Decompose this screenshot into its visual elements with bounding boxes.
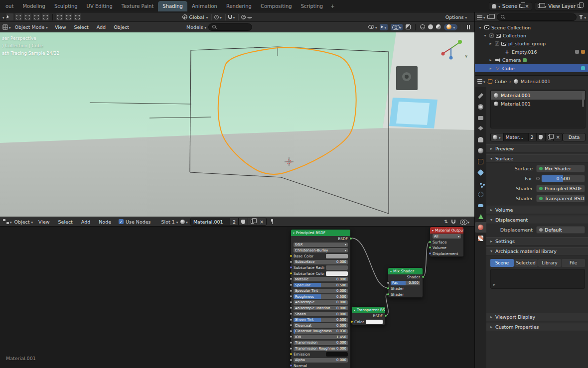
displacement-dropdown[interactable]: Default [536,226,585,234]
editor-type-dropdown[interactable] [3,219,12,225]
properties-tab[interactable] [475,134,486,145]
display-mode-dropdown[interactable] [487,14,495,20]
target-dropdown[interactable]: All [433,234,461,239]
active-tool-select-box-icon[interactable] [6,13,13,20]
close-icon[interactable] [525,3,529,9]
shading-material-icon[interactable] [436,24,441,29]
material-slot[interactable]: Material.001 [491,100,585,108]
color-swatch[interactable] [326,254,348,258]
property-widget[interactable]: Transmission 0.000 [294,341,348,345]
fac-slider[interactable]: Fac 0.500 [391,281,420,285]
input-socket[interactable] [290,324,293,327]
workspace-tab[interactable]: Scripting [296,1,327,11]
workspace-tab[interactable]: Modeling [18,1,50,11]
panel-archipack-library[interactable]: Archipack material library [486,247,588,255]
new-material-button[interactable] [545,133,554,141]
node-property-row[interactable]: Subsurface Radius Subsurface Radius [291,265,350,271]
menu-item[interactable]: Add [78,219,93,225]
input-socket[interactable] [387,293,390,296]
property-widget[interactable]: Sheen Tint 0.500 [294,318,348,322]
input-socket[interactable] [290,359,293,362]
properties-tab[interactable] [475,211,486,222]
input-socket[interactable] [290,295,293,298]
expander-icon[interactable]: ▾ [478,25,482,30]
node-property-row[interactable]: Subsurface Subsurface 0.000 [291,259,350,265]
material-slot[interactable]: Material.001 [491,91,585,100]
restrict-select-icon[interactable] [575,50,579,54]
input-socket[interactable] [429,252,432,255]
outliner-row-scene-collection[interactable]: ▾ Scene Collection [475,23,588,31]
property-widget[interactable]: Clearcoat Roughness 0.030 [294,329,348,334]
outliner-row-cube[interactable]: ▸ Cube [475,64,588,72]
node-header[interactable]: Material Output [430,227,463,234]
node-property-row[interactable]: Transmission Roughness Transmission Roug… [291,346,350,352]
input-socket[interactable] [290,330,293,333]
input-socket[interactable] [290,289,293,292]
input-socket[interactable] [290,353,293,356]
properties-tab[interactable] [475,178,486,189]
outliner-row-collection[interactable]: ▾ Collection [475,31,588,39]
node-property-row[interactable]: Clearcoat Roughness Clearcoat Roughness … [291,329,350,335]
visibility-dropdown[interactable] [368,24,377,30]
node-header[interactable]: Principled BSDF [291,230,350,236]
node-mix-shader[interactable]: Mix Shader Shader Fac 0.500 Shader Shade… [388,267,423,298]
fac-slider[interactable]: 0.500 [541,175,585,182]
property-widget[interactable]: GGX [294,243,348,247]
user-count-button[interactable]: 2 [230,218,238,225]
measure-icon[interactable] [74,13,81,20]
use-nodes-checkbox[interactable]: Use Nodes [119,219,151,225]
breadcrumb-object[interactable]: Cube [495,79,507,84]
menu-item[interactable]: Add [94,24,109,30]
input-socket[interactable] [290,266,293,269]
color-swatch[interactable] [366,320,383,324]
user-count-button[interactable]: 2 [528,133,536,141]
property-widget[interactable]: Anisotropic Rotation 0.000 [294,306,348,310]
property-widget[interactable]: Roughness 0.500 [294,294,348,299]
property-widget[interactable]: Specular Tint 0.000 [294,289,348,293]
color-swatch[interactable] [326,271,348,276]
scene-selector[interactable]: Scene [489,2,532,10]
breadcrumb-data[interactable]: Material.001 [521,79,551,84]
select-subtract-icon[interactable] [33,13,40,20]
output-socket[interactable] [422,275,425,278]
node-property-row[interactable]: IOR IOR 1.450 [291,334,350,340]
node-property-row[interactable]: Anisotropic Rotation Anisotropic Rotatio… [291,305,350,311]
render-pause-icon[interactable] [467,25,470,29]
output-socket[interactable] [349,237,352,240]
expander-icon[interactable]: ▸ [488,66,493,71]
property-widget[interactable]: Anisotropic 0.000 [294,300,348,305]
property-widget[interactable]: Transmission Roughness 0.000 [294,347,348,351]
input-socket[interactable] [290,283,293,286]
node-property-row[interactable]: Emission Emission [291,352,350,358]
node-property-row[interactable]: Specular Specular 0.500 [291,282,350,288]
unlink-material-button[interactable] [257,218,266,225]
editor-type-dropdown[interactable] [2,24,11,30]
asset-category-dropdown[interactable]: Models [186,24,206,30]
panel-custom-properties[interactable]: Custom Properties [486,323,588,331]
node-input-row[interactable]: Shader [388,286,423,292]
shading-rendered-toggle[interactable] [444,24,457,30]
input-socket[interactable] [350,320,353,323]
workspace-tab[interactable]: Shading [158,1,187,11]
panel-viewport-display[interactable]: Viewport Display [486,313,588,321]
collection-checkbox[interactable] [495,41,499,46]
select-extend-icon[interactable] [24,13,31,20]
unlink-material-button[interactable] [554,133,563,141]
property-widget[interactable]: Specular 0.500 [294,283,348,287]
asset-search-input[interactable] [208,23,252,31]
workspace-tab[interactable]: Rendering [222,1,256,11]
panel-displacement[interactable]: Displacement [486,216,588,224]
shading-wireframe-icon[interactable] [420,24,425,29]
input-socket[interactable] [290,254,293,257]
node-input-row[interactable]: Volume [430,245,463,251]
slot-dropdown[interactable]: Slot 1 [161,219,178,225]
collapse-icon[interactable] [390,269,392,273]
node-property-row[interactable]: Metallic Metallic 0.000 [291,276,350,282]
decorator-dot-icon[interactable] [536,177,540,180]
snap-toggle[interactable] [228,14,235,20]
node-tree-path-icon[interactable]: ⇅ [444,219,447,224]
browse-material-dropdown[interactable] [180,219,188,225]
expander-icon[interactable]: ▸ [488,58,493,62]
panel-preview[interactable]: Preview [486,144,588,153]
outliner-search-input[interactable] [497,13,577,21]
